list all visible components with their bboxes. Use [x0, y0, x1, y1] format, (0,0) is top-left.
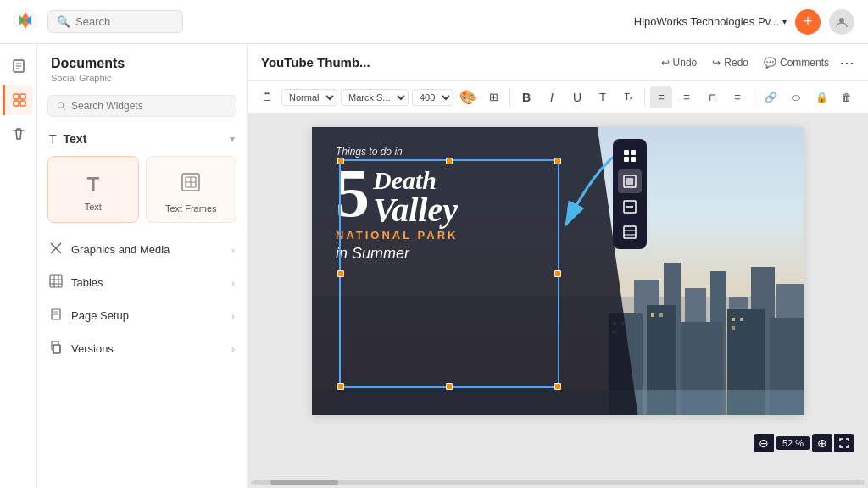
- svg-rect-47: [732, 318, 735, 321]
- redo-icon: ↪: [712, 57, 721, 69]
- versions-icon: [49, 341, 63, 357]
- popup-grid-icon[interactable]: [618, 144, 642, 168]
- svg-point-1: [839, 18, 844, 23]
- delete-btn[interactable]: 🗑: [836, 86, 858, 108]
- svg-rect-53: [624, 157, 629, 162]
- text-section-chevron-icon: ▾: [230, 133, 235, 145]
- fill-color-btn[interactable]: 🎨: [457, 86, 479, 108]
- svg-rect-51: [624, 150, 629, 155]
- horizontal-scrollbar[interactable]: ‹ ›: [248, 476, 868, 488]
- panel-header: Documents Social Graphic: [37, 44, 247, 86]
- avatar-button[interactable]: [829, 9, 854, 35]
- layout-select[interactable]: Normal: [281, 89, 337, 106]
- svg-point-10: [58, 103, 63, 108]
- graphics-label: Graphics and Media: [71, 243, 170, 256]
- thumb-intro: Things to do in: [336, 146, 458, 158]
- canvas-scroll[interactable]: Things to do in 5 Death Valley NATIONAL …: [248, 114, 868, 476]
- widget-card-text-frames[interactable]: Text Frames: [146, 156, 237, 223]
- search-bar[interactable]: 🔍: [47, 10, 183, 33]
- app-logo[interactable]: [14, 8, 37, 36]
- popup-minus-icon[interactable]: [618, 195, 642, 219]
- widget-text-frames-icon: [179, 170, 203, 198]
- zoom-in-button[interactable]: ⊕: [812, 434, 832, 452]
- shape-btn[interactable]: ⬭: [785, 86, 807, 108]
- format-toolbar: 🗒 Normal Marck S... 400 🎨 ⊞ B I U T Tᵣ ≡…: [248, 81, 868, 114]
- strikethrough-btn[interactable]: T: [592, 86, 614, 108]
- svg-rect-46: [659, 313, 663, 317]
- list-btn[interactable]: ≡: [676, 86, 698, 108]
- panel-subtitle: Social Graphic: [51, 73, 233, 83]
- icon-sidebar: [0, 44, 37, 488]
- graphics-chevron-icon: ›: [231, 245, 235, 255]
- company-name[interactable]: HipoWorks Technologies Pv... ▾: [634, 15, 787, 28]
- widget-search-input[interactable]: [71, 100, 227, 112]
- thumb-summer: in Summer: [336, 245, 458, 263]
- align-left-btn[interactable]: ≡: [650, 86, 672, 108]
- toolbar-more-icon[interactable]: ⋯: [839, 53, 854, 72]
- svg-rect-9: [20, 101, 25, 106]
- main-layout: Documents Social Graphic T Text ▾ T Text: [0, 44, 868, 488]
- svg-rect-56: [626, 178, 633, 185]
- svg-rect-6: [14, 94, 19, 99]
- search-icon: 🔍: [57, 15, 70, 28]
- widget-search[interactable]: [47, 95, 236, 117]
- undo-button[interactable]: ↩ Undo: [656, 53, 703, 72]
- svg-rect-52: [631, 150, 636, 155]
- text-widgets-grid: T Text Text Frames: [37, 152, 247, 233]
- page-icon-btn[interactable]: 🗒: [256, 86, 278, 108]
- company-chevron-icon: ▾: [782, 17, 787, 26]
- svg-rect-8: [14, 101, 19, 106]
- doc-toolbar: YouTube Thumb... ↩ Undo ↪ Redo 💬 Comment…: [248, 44, 868, 81]
- bold-btn[interactable]: B: [515, 86, 537, 108]
- panel-title: Documents: [51, 56, 233, 71]
- thumb-valley: Valley: [373, 193, 458, 227]
- redo-button[interactable]: ↪ Redo: [707, 53, 754, 72]
- lock-btn[interactable]: 🔒: [810, 86, 832, 108]
- widget-popup: [613, 139, 647, 249]
- text-section-header[interactable]: T Text ▾: [37, 125, 247, 152]
- comments-icon: 💬: [764, 57, 776, 69]
- fullscreen-button[interactable]: [834, 434, 854, 452]
- widget-panel: Documents Social Graphic T Text ▾ T Text: [37, 44, 248, 488]
- popup-layout-icon[interactable]: [618, 169, 642, 193]
- canvas-area: YouTube Thumb... ↩ Undo ↪ Redo 💬 Comment…: [248, 44, 868, 488]
- widget-card-text[interactable]: T Text: [47, 156, 139, 223]
- sidebar-btn-widgets[interactable]: [3, 85, 33, 115]
- tables-icon: [49, 274, 63, 291]
- menu-item-versions[interactable]: Versions ›: [37, 332, 247, 365]
- superscript-btn[interactable]: Tᵣ: [617, 86, 639, 108]
- sidebar-btn-document[interactable]: [3, 51, 34, 81]
- texture-btn[interactable]: ⊞: [482, 86, 504, 108]
- popup-grid2-icon[interactable]: [618, 220, 642, 244]
- indent-btn[interactable]: ⊓: [701, 86, 723, 108]
- widget-text-frames-label: Text Frames: [165, 203, 217, 214]
- versions-label: Versions: [71, 342, 114, 355]
- zoom-out-button[interactable]: ⊖: [754, 434, 774, 452]
- menu-item-graphics[interactable]: Graphics and Media ›: [37, 233, 247, 266]
- canvas-image[interactable]: Things to do in 5 Death Valley NATIONAL …: [312, 127, 804, 415]
- search-input[interactable]: [75, 15, 174, 28]
- link-btn[interactable]: 🔗: [760, 86, 782, 108]
- thumb-death: Death: [373, 168, 458, 193]
- header-right: HipoWorks Technologies Pv... ▾ +: [634, 9, 854, 35]
- svg-rect-54: [631, 157, 636, 162]
- versions-chevron-icon: ›: [231, 344, 235, 354]
- widget-text-label: Text: [85, 202, 102, 212]
- underline-btn[interactable]: U: [566, 86, 588, 108]
- menu-item-page-setup[interactable]: Page Setup ›: [37, 299, 247, 332]
- sidebar-btn-trash[interactable]: [3, 119, 34, 149]
- italic-btn[interactable]: I: [541, 86, 563, 108]
- add-button[interactable]: +: [795, 9, 821, 35]
- comments-button[interactable]: 💬 Comments: [759, 53, 834, 72]
- font-select[interactable]: Marck S...: [341, 89, 409, 106]
- thumb-national: NATIONAL PARK: [336, 229, 458, 241]
- scroll-thumb[interactable]: [270, 480, 338, 485]
- svg-rect-59: [624, 226, 636, 238]
- scroll-right-icon[interactable]: ›: [862, 478, 865, 487]
- list-ol-btn[interactable]: ≡: [726, 86, 748, 108]
- undo-icon: ↩: [661, 57, 670, 69]
- size-select[interactable]: 400: [412, 89, 453, 106]
- page-setup-label: Page Setup: [71, 309, 129, 322]
- menu-item-tables[interactable]: Tables ›: [37, 266, 247, 299]
- svg-rect-49: [732, 326, 735, 330]
